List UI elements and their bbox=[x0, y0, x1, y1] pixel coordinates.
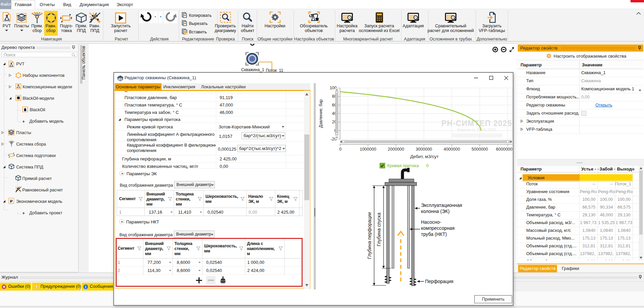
svg-text:4000000: 4000000 bbox=[444, 147, 460, 152]
svg-text:Дебит, м3/сут: Дебит, м3/сут bbox=[410, 154, 439, 159]
svg-text:Эксплуатационная: Эксплуатационная bbox=[421, 203, 462, 208]
svg-text:ST: ST bbox=[118, 77, 122, 81]
svg-text:5000000: 5000000 bbox=[472, 147, 488, 152]
svg-text:Глубина спуска: Глубина спуска bbox=[376, 213, 382, 246]
svg-text:компрессорная: компрессорная bbox=[421, 225, 455, 231]
svg-text:2000000: 2000000 bbox=[388, 147, 404, 152]
svg-text:1000000: 1000000 bbox=[360, 147, 376, 152]
svg-text:Глубина перфорации: Глубина перфорации bbox=[367, 212, 372, 259]
svg-text:Давление, бар: Давление, бар bbox=[318, 99, 323, 128]
svg-text:Насосно-: Насосно- bbox=[421, 219, 441, 225]
svg-text:P: P bbox=[10, 198, 13, 204]
svg-text:3000000: 3000000 bbox=[416, 147, 432, 152]
svg-text:труба (НКТ): труба (НКТ) bbox=[421, 232, 447, 237]
svg-text:Перфорация: Перфорация bbox=[425, 279, 453, 284]
svg-text:Версия от 25.09.2025: Версия от 25.09.2025 bbox=[457, 128, 496, 132]
svg-text:0: 0 bbox=[339, 147, 342, 152]
svg-text:6000000: 6000000 bbox=[496, 147, 512, 152]
svg-text:колонна (ЭК): колонна (ЭК) bbox=[421, 209, 450, 214]
